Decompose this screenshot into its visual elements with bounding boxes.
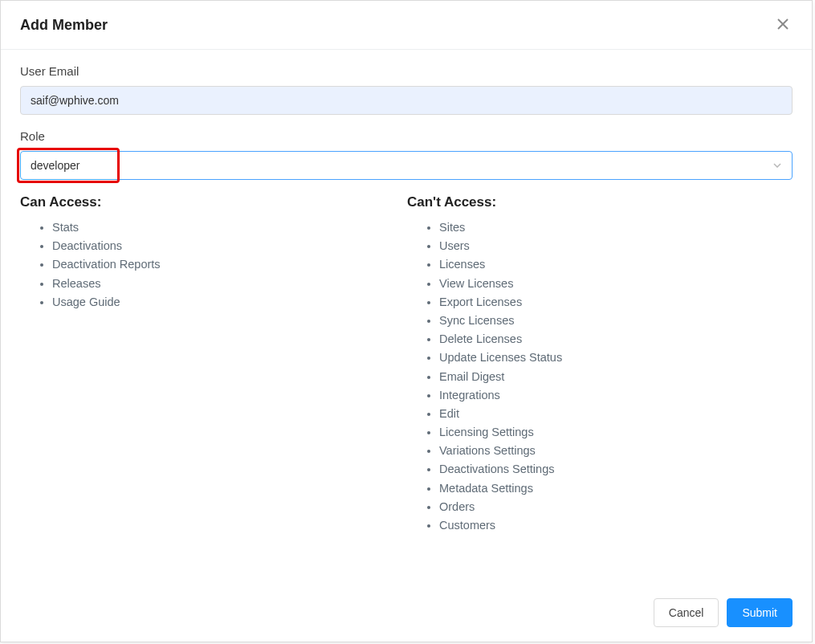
role-label: Role (20, 129, 793, 143)
list-item: Usage Guide (52, 293, 405, 312)
close-icon (777, 17, 789, 34)
email-label: User Email (20, 64, 793, 78)
list-item: Sync Licenses (439, 312, 793, 330)
cant-access-list: SitesUsersLicensesView LicensesExport Li… (407, 218, 793, 535)
list-item: Email Digest (439, 368, 793, 386)
modal-footer: Cancel Submit (1, 587, 812, 642)
chevron-down-icon (772, 161, 782, 170)
list-item: Orders (439, 498, 793, 516)
can-access-list: StatsDeactivationsDeactivation ReportsRe… (20, 218, 405, 312)
list-item: Integrations (439, 386, 793, 405)
role-select[interactable]: developer (20, 151, 793, 180)
list-item: Delete Licenses (439, 330, 793, 348)
list-item: Licensing Settings (439, 423, 793, 442)
list-item: Deactivations Settings (439, 460, 793, 479)
list-item: Users (439, 237, 793, 255)
list-item: View Licenses (439, 275, 793, 293)
email-input[interactable] (20, 86, 793, 115)
email-group: User Email (20, 64, 793, 115)
list-item: Export Licenses (439, 293, 793, 312)
list-item: Stats (52, 218, 405, 237)
access-row: Can Access: StatsDeactivationsDeactivati… (20, 194, 793, 535)
cant-access-col: Can't Access: SitesUsersLicensesView Lic… (407, 194, 793, 535)
list-item: Licenses (439, 255, 793, 274)
list-item: Sites (439, 218, 793, 237)
list-item: Variations Settings (439, 442, 793, 460)
modal-body: User Email Role developer Can Access: St… (1, 50, 812, 587)
can-access-title: Can Access: (20, 194, 405, 210)
list-item: Update Licenses Status (439, 348, 793, 367)
list-item: Deactivations (52, 237, 405, 255)
list-item: Deactivation Reports (52, 255, 405, 274)
can-access-col: Can Access: StatsDeactivationsDeactivati… (20, 194, 405, 535)
close-button[interactable] (773, 15, 793, 35)
list-item: Edit (439, 405, 793, 423)
list-item: Metadata Settings (439, 479, 793, 498)
modal-header: Add Member (1, 1, 812, 50)
add-member-modal: Add Member User Email Role developer Ca (0, 0, 813, 642)
list-item: Customers (439, 516, 793, 535)
role-value: developer (31, 159, 80, 172)
list-item: Releases (52, 275, 405, 293)
role-group: Role developer (20, 129, 793, 180)
submit-button[interactable]: Submit (727, 598, 793, 627)
cant-access-title: Can't Access: (407, 194, 793, 210)
cancel-button[interactable]: Cancel (654, 598, 719, 627)
modal-title: Add Member (20, 17, 108, 34)
